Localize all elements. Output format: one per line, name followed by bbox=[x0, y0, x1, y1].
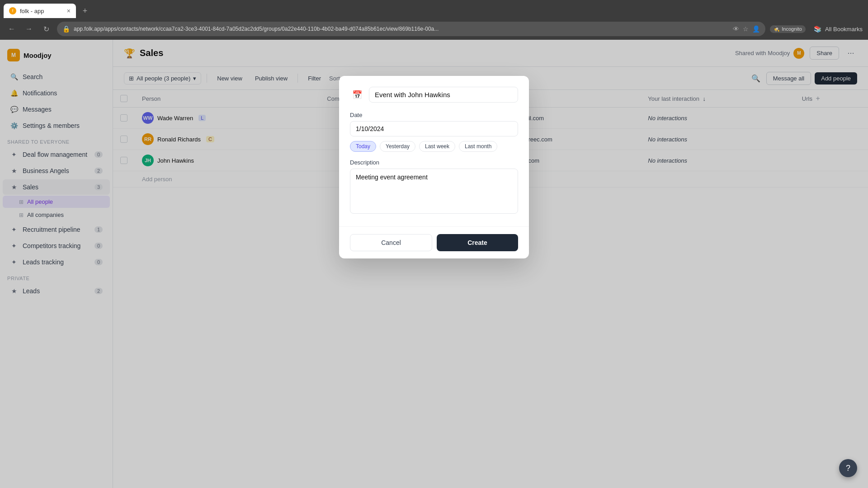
modal-overlay: 📅 Date Today Yesterday Last week Last mo… bbox=[0, 40, 868, 488]
description-textarea[interactable]: Meeting event agreement bbox=[350, 169, 518, 214]
date-shortcuts: Today Yesterday Last week Last month bbox=[350, 141, 518, 152]
active-tab[interactable]: f folk - app × bbox=[4, 4, 76, 18]
profile-icon: 👤 bbox=[752, 25, 760, 33]
help-button[interactable]: ? bbox=[839, 459, 857, 477]
reload-button[interactable]: ↻ bbox=[40, 23, 52, 35]
star-icon[interactable]: ☆ bbox=[743, 25, 749, 33]
modal-body: 📅 Date Today Yesterday Last week Last mo… bbox=[339, 76, 529, 226]
incognito-label: Incognito bbox=[782, 26, 802, 32]
url-text: app.folk.app/apps/contacts/network/ccaa7… bbox=[74, 26, 729, 32]
shortcut-last-week[interactable]: Last week bbox=[419, 141, 455, 152]
shortcut-last-month[interactable]: Last month bbox=[459, 141, 497, 152]
cancel-button[interactable]: Cancel bbox=[350, 234, 432, 251]
tab-close-button[interactable]: × bbox=[67, 7, 71, 14]
event-title-row: 📅 bbox=[350, 87, 518, 103]
date-input[interactable] bbox=[350, 121, 518, 136]
bookmarks-label: All Bookmarks bbox=[825, 26, 863, 33]
browser-controls: ← → ↻ 🔒 app.folk.app/apps/contacts/netwo… bbox=[0, 18, 868, 40]
forward-button[interactable]: → bbox=[23, 23, 35, 35]
bookmarks-icon[interactable]: 📚 bbox=[814, 25, 821, 33]
browser-chrome: f folk - app × + ← → ↻ 🔒 app.folk.app/ap… bbox=[0, 0, 868, 40]
calendar-icon: 📅 bbox=[350, 88, 364, 102]
shortcut-today[interactable]: Today bbox=[350, 141, 376, 152]
date-label: Date bbox=[350, 112, 518, 118]
tab-title: folk - app bbox=[20, 8, 44, 14]
eye-off-icon: 👁 bbox=[733, 25, 739, 33]
back-button[interactable]: ← bbox=[5, 23, 18, 35]
new-tab-button[interactable]: + bbox=[78, 4, 92, 18]
create-button[interactable]: Create bbox=[437, 234, 518, 251]
browser-tabs: f folk - app × + bbox=[0, 0, 868, 18]
modal-footer: Cancel Create bbox=[339, 226, 529, 258]
shortcut-yesterday[interactable]: Yesterday bbox=[380, 141, 415, 152]
incognito-badge: 🕵 Incognito bbox=[770, 25, 806, 33]
incognito-icon: 🕵 bbox=[774, 26, 780, 32]
tab-favicon: f bbox=[9, 7, 16, 14]
event-title-input[interactable] bbox=[369, 87, 518, 103]
address-bar-icons: 👁 ☆ 👤 bbox=[733, 25, 760, 33]
event-modal: 📅 Date Today Yesterday Last week Last mo… bbox=[339, 76, 529, 258]
description-label: Description bbox=[350, 159, 518, 166]
browser-actions: 📚 All Bookmarks bbox=[814, 25, 863, 33]
address-bar[interactable]: 🔒 app.folk.app/apps/contacts/network/cca… bbox=[57, 22, 765, 36]
lock-icon: 🔒 bbox=[62, 25, 70, 33]
